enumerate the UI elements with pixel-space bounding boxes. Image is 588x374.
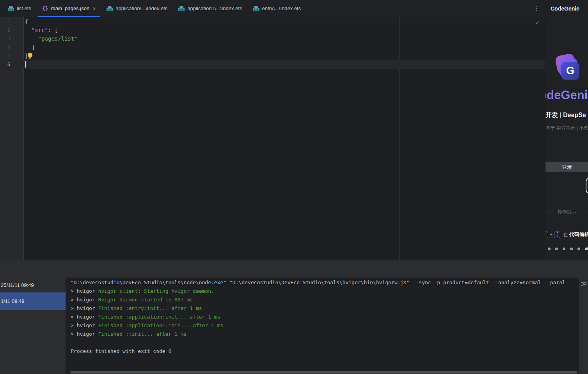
- more-options-icon[interactable]: ⋮: [534, 5, 540, 12]
- ghost-button-fragment[interactable]: [586, 178, 588, 194]
- codegenie-wordmark: CodeGenie: [545, 88, 588, 102]
- code-text: {: [25, 17, 28, 26]
- codegenie-panel-title: CodeGenie: [545, 0, 588, 17]
- editor-line: 4 ]: [0, 43, 545, 52]
- carousel-dot[interactable]: [555, 248, 558, 250]
- horizontal-scrollbar[interactable]: [70, 371, 577, 374]
- codegenie-description: 基于 毕方平台 | 小艺: [546, 125, 588, 132]
- line-number: 2: [0, 26, 10, 34]
- console-side-toolbar: [579, 278, 588, 374]
- carousel-dot[interactable]: [570, 248, 573, 250]
- tips-divider: 操作提示: [545, 208, 588, 215]
- console-output: "D:\devecostudio\DevEco Studio\tools\nod…: [71, 278, 565, 356]
- line-number: 5: [0, 52, 10, 60]
- tab-label: main_pages.json: [51, 5, 89, 11]
- intention-lightbulb-icon[interactable]: [28, 53, 32, 57]
- ets-file-icon: ETS: [8, 5, 14, 12]
- line-number: 3: [0, 34, 10, 43]
- codegenie-subtitle: 开发 | DeepSe: [545, 111, 586, 119]
- console-line: > hvigor hvigor client: Starting hvigor …: [71, 287, 565, 296]
- tab-list-ets[interactable]: ETS list.ets: [2, 0, 37, 17]
- console-line: > hvigor Hvigor Daemon started in 807 ms: [71, 296, 565, 304]
- soft-wrap-icon[interactable]: [581, 281, 586, 288]
- ide-window: ETS list.ets {} main_pages.json × ETS ap…: [0, 0, 588, 374]
- inspection-ok-icon[interactable]: ✓: [535, 19, 539, 26]
- editor-line: 1 {: [0, 17, 545, 26]
- run-history-item-selected[interactable]: 1/11 09:49: [0, 292, 66, 310]
- carousel-dot-active[interactable]: [585, 248, 588, 250]
- editor-line: 2 "src": [: [0, 26, 545, 34]
- keycap-right-bracket: ]: [545, 232, 548, 238]
- close-icon[interactable]: ×: [92, 6, 96, 11]
- console-line: "D:\devecostudio\DevEco Studio\tools\nod…: [71, 278, 565, 287]
- tab-application1-index-ets[interactable]: ETS application1\...\Index.ets: [173, 0, 247, 17]
- codegenie-logo: G: [556, 55, 581, 84]
- carousel-dot[interactable]: [577, 248, 580, 250]
- console-line: > hvigor Finished :application1:init... …: [71, 321, 565, 330]
- code-text: "pages/list": [25, 34, 78, 43]
- line-number: 4: [0, 43, 10, 52]
- code-text: ]: [25, 43, 35, 52]
- carousel-dot[interactable]: [563, 248, 565, 250]
- login-button[interactable]: 登录: [545, 162, 588, 172]
- keycap-left-bracket: [: [554, 232, 560, 238]
- text-cursor: [25, 61, 26, 68]
- console-line: > hvigor Finished ::init... after 1 ms: [71, 330, 565, 338]
- code-editor[interactable]: 1 { 2 "src": [ 3 "pages/list" 4 ] 5 } 6 …: [0, 17, 545, 260]
- shortcut-hint: ] + [ 在 代码编辑区: [545, 231, 588, 238]
- tab-main-pages-json[interactable]: {} main_pages.json ×: [37, 0, 101, 17]
- tab-application-index-ets[interactable]: ETS application\...\Index.ets: [101, 0, 173, 17]
- editor-tab-bar: ETS list.ets {} main_pages.json × ETS ap…: [0, 0, 545, 17]
- ets-file-icon: ETS: [178, 5, 185, 12]
- json-file-icon: {}: [42, 5, 48, 12]
- console-line: > hvigor Finished :entry:init... after 1…: [71, 304, 565, 313]
- line-number: 1: [0, 17, 10, 26]
- editor-line-active: 6: [0, 60, 545, 69]
- run-history-item[interactable]: 25/11/11 09:49: [0, 278, 66, 292]
- editor-line: 5 }: [0, 52, 545, 60]
- ets-file-icon: ETS: [107, 5, 113, 12]
- code-text: "src": [: [25, 26, 58, 34]
- line-number: 6: [0, 60, 10, 69]
- console-line: > hvigor Finished :application:init... a…: [71, 313, 565, 321]
- tab-label: application1\...\Index.ets: [187, 5, 242, 11]
- tab-label: list.ets: [17, 5, 31, 11]
- run-tool-window: 25/11/11 09:49 1/11 09:49 "D:\devecostud…: [0, 260, 588, 374]
- tab-entry-index-ets[interactable]: ETS entry\...\Index.ets: [248, 0, 307, 17]
- tab-label: application\...\Index.ets: [115, 5, 167, 11]
- codegenie-panel: CodeGenie G CodeGenie 开发 | DeepSe 基于 毕方平…: [545, 0, 588, 260]
- carousel-dot[interactable]: [548, 248, 551, 250]
- editor-line: 3 "pages/list": [0, 34, 545, 43]
- ets-file-icon: ETS: [253, 5, 259, 12]
- console-line-blank: [71, 338, 565, 347]
- carousel-dots: [548, 248, 588, 250]
- tab-label: entry\...\Index.ets: [262, 5, 301, 11]
- console-line: Process finished with exit code 0: [71, 347, 565, 356]
